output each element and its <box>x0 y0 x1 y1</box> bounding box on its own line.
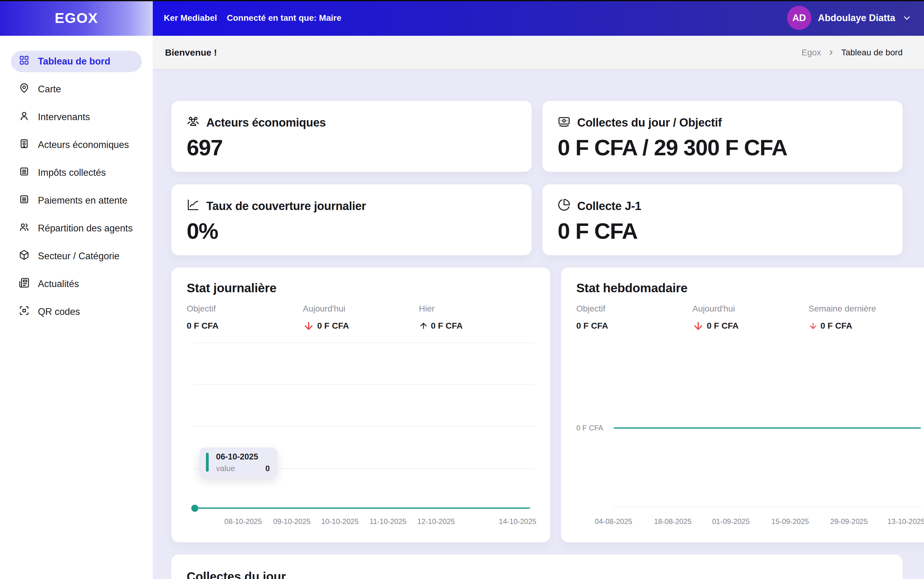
topbar-context: Ker Mediabel Connecté en tant que: Maire <box>164 13 341 23</box>
user-menu[interactable]: AD Abdoulaye Diatta <box>787 6 912 30</box>
sidebar-item-impots-collectes[interactable]: Impôts collectés <box>11 162 142 183</box>
tooltip-date: 06-10-2025 <box>216 452 270 461</box>
stat-card-title: Collecte J-1 <box>577 200 642 213</box>
tooltip-series-label: value <box>216 464 235 473</box>
map-pin-icon <box>19 83 29 96</box>
sidebar-item-paiements-en-attente[interactable]: Paiements en attente <box>11 190 142 211</box>
building-icon <box>19 139 29 151</box>
newspaper-icon <box>19 278 29 290</box>
legend-label: Objectif <box>187 304 303 314</box>
qr-code-icon <box>19 306 29 318</box>
legend-value: 0 F CFA <box>576 321 608 331</box>
y-axis-tick: 0 F CFA <box>576 424 603 432</box>
charts-grid: Stat journalière Objectif 0 F CFA Aujour… <box>171 268 903 542</box>
legend-label: Semaine dernière <box>808 304 924 314</box>
stat-card-value: 0 F CFA / 29 300 F CFA <box>558 135 887 160</box>
x-axis-tick: 29-09-2025 <box>830 517 868 526</box>
data-point-marker <box>191 505 198 512</box>
x-axis-tick: 11-10-2025 <box>369 517 406 526</box>
sidebar-item-qr-codes[interactable]: QR codes <box>11 301 142 322</box>
people-group-icon <box>187 115 199 131</box>
tooltip-value: 0 <box>266 464 270 473</box>
weekly-stats-chart-card: Stat hebdomadaire Objectif 0 F CFA Aujou… <box>561 268 924 542</box>
x-axis-tick: 10-10-2025 <box>321 517 359 526</box>
line-chart-icon <box>187 198 199 214</box>
users-icon <box>19 222 29 235</box>
x-axis-tick: 18-08-2025 <box>654 517 692 526</box>
data-line-series-value <box>195 507 530 509</box>
sidebar-item-label: Paiements en attente <box>38 195 127 206</box>
arrow-down-icon <box>692 320 704 332</box>
pie-chart-icon <box>558 198 570 214</box>
sidebar-item-repartition-des-agents[interactable]: Répartition des agents <box>11 218 142 239</box>
sidebar-item-label: Acteurs économiques <box>38 139 129 150</box>
legend-label: Aujourd'hui <box>303 304 419 314</box>
avatar[interactable]: AD <box>787 6 811 30</box>
sidebar-item-actualites[interactable]: Actualités <box>11 273 142 295</box>
x-axis-baseline <box>614 507 921 507</box>
daily-line-chart: 06-10-2025 value 0 08-10-2025 09-10-2025… <box>187 334 535 533</box>
chart-legend: Objectif 0 F CFA Aujourd'hui 0 F CFA Hie… <box>187 304 535 334</box>
sidebar-item-label: Actualités <box>38 278 79 290</box>
stat-card-collectes-objectif: Collectes du jour / Objectif 0 F CFA / 2… <box>542 101 903 172</box>
chevron-right-icon <box>827 49 835 57</box>
breadcrumb-root[interactable]: Egox <box>802 48 821 57</box>
arrow-down-icon <box>303 320 314 332</box>
document-lines-icon <box>19 166 29 179</box>
sidebar-item-carte[interactable]: Carte <box>11 79 142 100</box>
tooltip-series-color-bar <box>206 453 209 472</box>
legend-value: 0 F CFA <box>707 321 738 331</box>
stat-card-value: 697 <box>187 135 516 160</box>
org-name: Ker Mediabel <box>164 13 217 23</box>
x-axis-tick: 13-10-2025 <box>887 517 924 526</box>
legend-label: Objectif <box>576 304 692 314</box>
sidebar: Tableau de bord Carte Intervenants Acteu… <box>0 36 153 579</box>
sidebar-item-secteur-categorie[interactable]: Secteur / Catégorie <box>11 245 142 267</box>
x-axis-tick: 09-10-2025 <box>273 517 311 526</box>
stat-card-value: 0 F CFA <box>558 218 887 244</box>
stat-card-value: 0% <box>187 218 516 244</box>
sidebar-item-acteurs-economiques[interactable]: Acteurs économiques <box>11 134 142 155</box>
chart-legend: Objectif 0 F CFA Aujourd'hui 0 F CFA Sem… <box>576 304 924 334</box>
stat-card-title: Acteurs économiques <box>206 116 326 129</box>
legend-value: 0 F CFA <box>187 321 219 331</box>
gridline <box>193 342 535 343</box>
x-axis-tick: 08-10-2025 <box>224 517 262 526</box>
sidebar-item-label: Secteur / Catégorie <box>38 251 119 262</box>
main-area: Bienvenue ! Egox Tableau de bord Acteurs… <box>153 36 924 579</box>
legend-value: 0 F CFA <box>317 321 349 331</box>
topbar: EGOX Ker Mediabel Connecté en tant que: … <box>0 0 924 36</box>
x-axis-tick: 01-09-2025 <box>712 517 750 526</box>
page-header: Bienvenue ! Egox Tableau de bord <box>153 36 924 70</box>
gridline <box>193 384 535 385</box>
window-top-edge <box>0 0 924 1</box>
x-axis-tick: 04-08-2025 <box>595 517 632 526</box>
sidebar-item-tableau-de-bord[interactable]: Tableau de bord <box>11 51 142 72</box>
bottom-card-title: Collectes du jour <box>187 570 887 579</box>
gridline <box>193 426 535 427</box>
page-title: Bienvenue ! <box>165 47 217 58</box>
sidebar-item-intervenants[interactable]: Intervenants <box>11 106 142 128</box>
sidebar-item-label: Répartition des agents <box>38 223 132 234</box>
legend-value: 0 F CFA <box>820 321 852 331</box>
sidebar-item-label: QR codes <box>38 306 80 317</box>
dashboard-content: Acteurs économiques 697 Collectes du jou… <box>153 70 924 579</box>
stat-card-taux-couverture: Taux de couverture journalier 0% <box>171 184 532 255</box>
legend-label: Aujourd'hui <box>692 304 808 314</box>
document-lines-icon <box>19 194 29 207</box>
user-name: Abdoulaye Diatta <box>818 13 895 23</box>
stat-card-title: Taux de couverture journalier <box>206 200 366 213</box>
x-axis-tick: 15-09-2025 <box>772 517 809 526</box>
sidebar-item-label: Tableau de bord <box>38 56 110 67</box>
sidebar-item-label: Intervenants <box>38 111 90 123</box>
breadcrumb-current: Tableau de bord <box>841 48 903 57</box>
collectes-du-jour-card: Collectes du jour <box>171 554 903 579</box>
session-role-label: Connecté en tant que: Maire <box>227 13 341 23</box>
stat-card-acteurs-economiques: Acteurs économiques 697 <box>171 101 532 172</box>
topbar-main: Ker Mediabel Connecté en tant que: Maire… <box>153 0 924 36</box>
package-icon <box>19 250 29 263</box>
chevron-down-icon[interactable] <box>902 13 912 23</box>
chart-tooltip: 06-10-2025 value 0 <box>199 448 277 477</box>
sidebar-item-label: Carte <box>38 84 61 95</box>
stat-cards-grid: Acteurs économiques 697 Collectes du jou… <box>171 101 903 255</box>
